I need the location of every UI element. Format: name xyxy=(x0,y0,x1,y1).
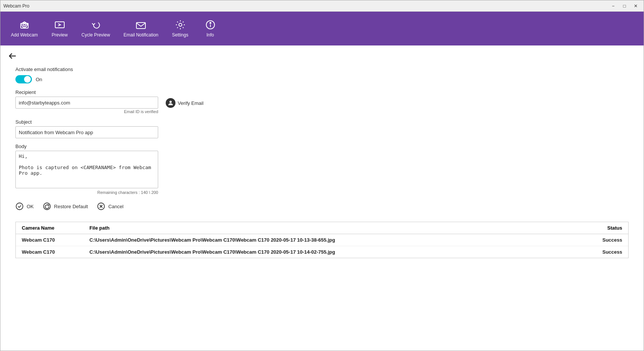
title-bar: Webcam Pro − □ ✕ xyxy=(0,0,644,12)
svg-point-1 xyxy=(23,24,26,26)
toggle-on-label: On xyxy=(36,77,42,82)
toolbar-label-email-notification: Email Notification xyxy=(124,32,159,38)
row1-filepath: C:\Users\Admin\OneDrive\Pictures\Webcam … xyxy=(89,237,585,243)
restore-icon xyxy=(43,202,51,210)
email-col: Email ID is verified xyxy=(15,97,158,114)
body-label: Body xyxy=(15,144,629,149)
row2-status: Success xyxy=(585,249,622,255)
window-controls: − □ ✕ xyxy=(608,2,641,10)
svg-point-3 xyxy=(27,23,28,25)
verified-text: Email ID is verified xyxy=(15,109,158,114)
row1-status: Success xyxy=(585,237,622,243)
app-title: Webcam Pro xyxy=(3,3,29,9)
activate-notifications-label: Activate email notifications xyxy=(15,67,629,72)
svg-point-9 xyxy=(210,23,211,24)
col-header-camera: Camera Name xyxy=(22,225,89,231)
toolbar-item-cycle-preview[interactable]: Cycle Preview xyxy=(75,14,117,44)
verify-email-button[interactable]: Verify Email xyxy=(166,98,204,108)
row2-camera: Webcam C170 xyxy=(22,249,89,255)
form-section: Activate email notifications On Recipien… xyxy=(15,67,629,195)
verify-email-label: Verify Email xyxy=(178,100,204,106)
subject-label: Subject xyxy=(15,119,629,125)
row1-camera: Webcam C170 xyxy=(22,237,89,243)
toggle-switch[interactable] xyxy=(15,75,32,83)
col-header-status: Status xyxy=(585,225,622,231)
toolbar-label-add-webcam: Add Webcam xyxy=(11,32,38,38)
close-button[interactable]: ✕ xyxy=(631,2,641,10)
info-icon xyxy=(205,20,216,30)
minimize-button[interactable]: − xyxy=(608,2,618,10)
toolbar-label-cycle-preview: Cycle Preview xyxy=(82,32,110,38)
email-row: Email ID is verified Verify Email xyxy=(15,97,629,114)
verify-person-icon xyxy=(166,98,175,108)
subject-input[interactable] xyxy=(15,126,158,138)
svg-point-11 xyxy=(16,203,23,210)
toolbar-item-info[interactable]: Info xyxy=(195,14,225,44)
restore-label: Restore Default xyxy=(54,204,88,209)
toolbar-label-preview: Preview xyxy=(51,32,68,38)
toolbar-item-preview[interactable]: Preview xyxy=(45,14,75,44)
ok-icon xyxy=(15,202,24,210)
main-content: Activate email notifications On Recipien… xyxy=(0,67,644,266)
toolbar: Add Webcam Preview Cycle Preview Email N… xyxy=(0,12,644,45)
maximize-button[interactable]: □ xyxy=(620,2,629,10)
restore-default-button[interactable]: Restore Default xyxy=(43,202,88,210)
email-notification-icon xyxy=(136,20,146,30)
svg-point-6 xyxy=(179,23,182,26)
add-webcam-icon xyxy=(19,20,30,30)
table-row: Webcam C170 C:\Users\Admin\OneDrive\Pict… xyxy=(16,234,628,246)
cancel-icon xyxy=(97,202,105,210)
cancel-label: Cancel xyxy=(108,204,123,209)
file-table: Camera Name File path Status Webcam C170… xyxy=(15,222,629,258)
toolbar-label-settings: Settings xyxy=(172,32,188,38)
ok-button[interactable]: OK xyxy=(15,202,34,210)
cancel-button[interactable]: Cancel xyxy=(97,202,123,210)
recipient-input[interactable] xyxy=(15,97,158,109)
back-arrow-icon xyxy=(8,51,17,61)
svg-rect-5 xyxy=(136,23,145,29)
toolbar-item-email-notification[interactable]: Email Notification xyxy=(117,14,165,44)
toggle-slider xyxy=(15,75,32,83)
body-textarea[interactable]: Hi, Photo is captured on <CAMERANAME> fr… xyxy=(15,151,158,188)
toolbar-item-settings[interactable]: Settings xyxy=(165,14,195,44)
toolbar-item-add-webcam[interactable]: Add Webcam xyxy=(4,14,45,44)
toolbar-label-info: Info xyxy=(207,32,214,38)
col-header-filepath: File path xyxy=(89,225,585,231)
settings-icon xyxy=(175,20,186,30)
recipient-label: Recipient xyxy=(15,89,629,95)
preview-icon xyxy=(54,20,65,30)
action-row: OK Restore Default Cancel xyxy=(15,202,629,210)
toggle-row: On xyxy=(15,75,629,83)
table-header: Camera Name File path Status xyxy=(16,222,628,234)
row2-filepath: C:\Users\Admin\OneDrive\Pictures\Webcam … xyxy=(89,249,585,255)
back-button[interactable] xyxy=(6,49,19,63)
remaining-chars-text: Remaining characters : 140 \ 200 xyxy=(15,190,158,195)
ok-label: OK xyxy=(27,204,34,209)
table-row: Webcam C170 C:\Users\Admin\OneDrive\Pict… xyxy=(16,246,628,258)
svg-point-10 xyxy=(169,101,172,103)
cycle-preview-icon xyxy=(91,20,101,30)
